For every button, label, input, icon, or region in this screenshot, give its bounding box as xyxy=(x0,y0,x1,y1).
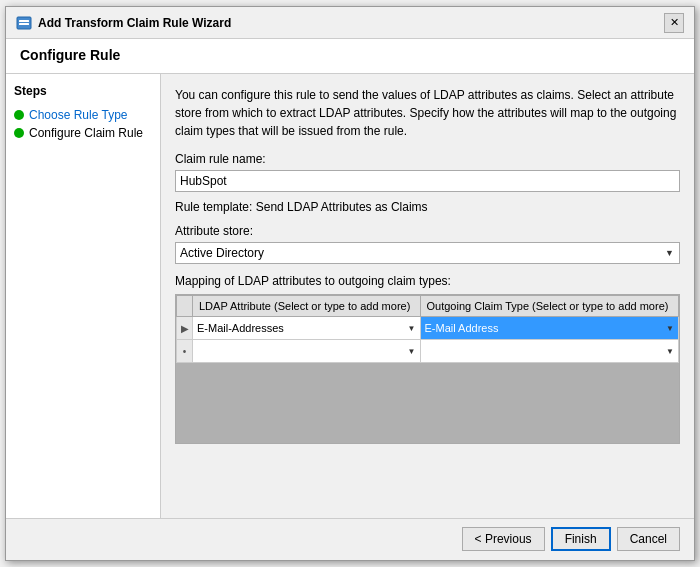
row-indicator-2: • xyxy=(177,340,193,363)
main-panel: You can configure this rule to send the … xyxy=(161,74,694,518)
outgoing-claim-col-header: Outgoing Claim Type (Select or type to a… xyxy=(420,296,679,317)
ldap-attribute-col-header: LDAP Attribute (Select or type to add mo… xyxy=(193,296,421,317)
svg-rect-1 xyxy=(19,20,29,22)
rule-template-text: Rule template: Send LDAP Attributes as C… xyxy=(175,200,680,214)
sidebar-item-label-configure: Configure Claim Rule xyxy=(29,126,143,140)
mapping-table: LDAP Attribute (Select or type to add mo… xyxy=(176,295,679,363)
claim-select-1[interactable]: E-Mail Address xyxy=(421,317,679,339)
claim-select-2[interactable] xyxy=(421,340,679,362)
attribute-store-label: Attribute store: xyxy=(175,224,680,238)
table-row: • ▼ xyxy=(177,340,679,363)
row-indicator-1: ▶ xyxy=(177,317,193,340)
description-text: You can configure this rule to send the … xyxy=(175,86,680,140)
ldap-cell-1: E-Mail-Addresses ▼ xyxy=(193,317,421,340)
content-area: Steps Choose Rule Type Configure Claim R… xyxy=(6,74,694,518)
table-empty-area xyxy=(176,363,679,443)
claim-select-wrapper-1: E-Mail Address ▼ xyxy=(421,317,679,339)
page-title: Configure Rule xyxy=(20,47,680,63)
dialog-title: Add Transform Claim Rule Wizard xyxy=(38,16,231,30)
mapping-table-container: LDAP Attribute (Select or type to add mo… xyxy=(175,294,680,444)
sidebar: Steps Choose Rule Type Configure Claim R… xyxy=(6,74,161,518)
claim-rule-name-label: Claim rule name: xyxy=(175,152,680,166)
claim-cell-1: E-Mail Address ▼ xyxy=(420,317,679,340)
claim-cell-2: ▼ xyxy=(420,340,679,363)
mapping-label: Mapping of LDAP attributes to outgoing c… xyxy=(175,274,680,288)
claim-select-wrapper-2: ▼ xyxy=(421,340,679,362)
indicator-col-header xyxy=(177,296,193,317)
sidebar-item-choose-rule-type[interactable]: Choose Rule Type xyxy=(14,106,152,124)
claim-rule-name-input[interactable] xyxy=(175,170,680,192)
sidebar-item-configure-claim-rule[interactable]: Configure Claim Rule xyxy=(14,124,152,142)
page-header: Configure Rule xyxy=(6,39,694,74)
step-dot-choose xyxy=(14,110,24,120)
ldap-select-2[interactable] xyxy=(193,340,420,362)
steps-label: Steps xyxy=(14,84,152,98)
attribute-store-wrapper: Active Directory ▼ xyxy=(175,242,680,264)
close-button[interactable]: ✕ xyxy=(664,13,684,33)
title-bar-left: Add Transform Claim Rule Wizard xyxy=(16,15,231,31)
cancel-button[interactable]: Cancel xyxy=(617,527,680,551)
wizard-icon xyxy=(16,15,32,31)
step-dot-configure xyxy=(14,128,24,138)
previous-button[interactable]: < Previous xyxy=(462,527,545,551)
ldap-cell-2: ▼ xyxy=(193,340,421,363)
finish-button[interactable]: Finish xyxy=(551,527,611,551)
sidebar-item-label-choose: Choose Rule Type xyxy=(29,108,128,122)
ldap-select-wrapper-1: E-Mail-Addresses ▼ xyxy=(193,317,420,339)
ldap-select-wrapper-2: ▼ xyxy=(193,340,420,362)
title-bar: Add Transform Claim Rule Wizard ✕ xyxy=(6,7,694,39)
dialog-footer: < Previous Finish Cancel xyxy=(6,518,694,560)
dialog-window: Add Transform Claim Rule Wizard ✕ Config… xyxy=(5,6,695,561)
table-row: ▶ E-Mail-Addresses ▼ xyxy=(177,317,679,340)
ldap-select-1[interactable]: E-Mail-Addresses xyxy=(193,317,420,339)
attribute-store-select[interactable]: Active Directory xyxy=(175,242,680,264)
svg-rect-2 xyxy=(19,23,29,25)
